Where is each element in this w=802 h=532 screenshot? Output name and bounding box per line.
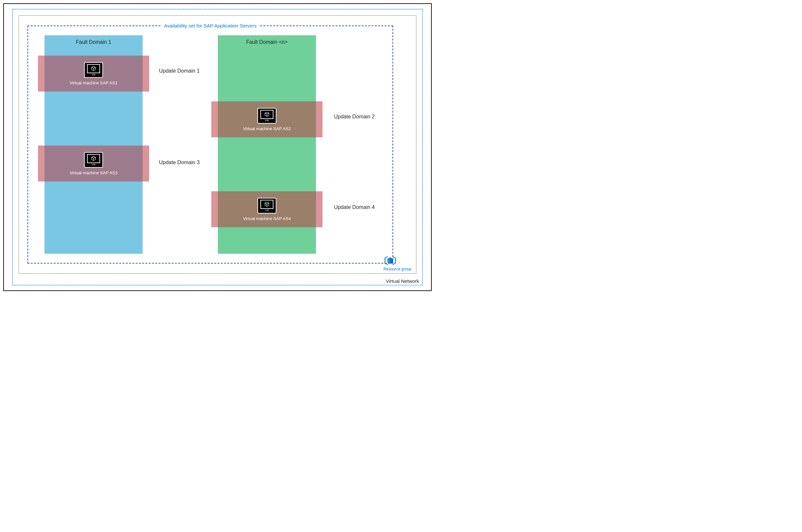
virtual-network-boundary: Virtual Network Resource group — [12, 9, 423, 285]
update-domain-1-label: Update Domain 1 — [159, 68, 200, 74]
availability-set-box: Availability set for SAP Application Ser… — [27, 25, 393, 264]
vm-icon: VM — [84, 152, 103, 168]
diagram-frame: Virtual Network Resource group — [3, 3, 432, 291]
update-domain-1-box: VM Virtual machine SAP AS1 — [38, 56, 149, 92]
resource-group-label: Resource group — [384, 267, 411, 271]
svg-marker-9 — [265, 202, 269, 204]
vm-sap-as1-label: Virtual machine SAP AS1 — [70, 80, 117, 86]
update-domain-4-label: Update Domain 4 — [334, 204, 375, 210]
vm-icon: VM — [84, 62, 103, 78]
svg-marker-7 — [92, 156, 95, 158]
vm-sap-as4-label: Virtual machine SAP AS4 — [243, 216, 291, 221]
update-domain-3-box: VM Virtual machine SAP AS3 — [38, 146, 149, 182]
resource-group-box: Resource group Availability set for SAP … — [19, 15, 416, 274]
svg-marker-5 — [265, 112, 269, 114]
update-domain-2-label: Update Domain 2 — [334, 114, 375, 120]
vm-icon: VM — [257, 198, 276, 213]
vm-sap-as3-label: Virtual machine SAP AS3 — [70, 170, 117, 175]
vm-sap-as2-label: Virtual machine SAP AS2 — [243, 126, 291, 131]
virtual-network-label: Virtual Network — [386, 278, 419, 284]
fault-domain-n-label: Fault Domain <n> — [218, 39, 316, 45]
update-domain-2-box: VM Virtual machine SAP AS2 — [211, 101, 322, 137]
fault-domain-1-label: Fault Domain 1 — [44, 39, 143, 45]
update-domain-4-box: VM Virtual machine SAP AS4 — [211, 191, 322, 227]
vm-icon: VM — [257, 108, 276, 124]
update-domain-3-label: Update Domain 3 — [159, 159, 200, 166]
svg-marker-3 — [92, 66, 95, 68]
availability-set-label: Availability set for SAP Application Ser… — [162, 23, 259, 28]
